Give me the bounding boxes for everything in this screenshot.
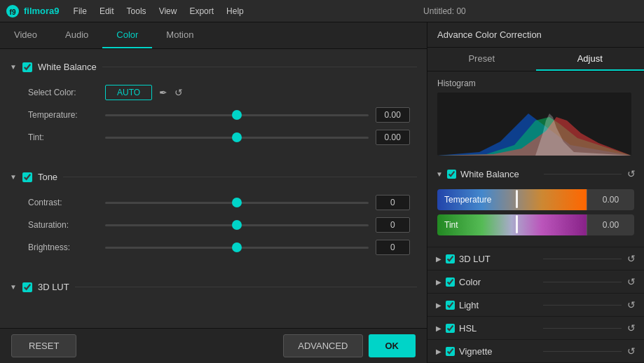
- right-vignette-checkbox[interactable]: [446, 347, 455, 356]
- select-color-control: AUTO ✒ ↺: [105, 85, 410, 100]
- right-hsl-checkbox[interactable]: [446, 324, 455, 333]
- right-hsl-reset-icon[interactable]: ↺: [627, 322, 636, 334]
- right-wb-chevron-icon: ▼: [436, 170, 443, 178]
- tab-audio[interactable]: Audio: [51, 22, 102, 48]
- tint-gradient-value: 0.00: [587, 214, 634, 235]
- reset-button[interactable]: RESET: [11, 334, 76, 357]
- histogram-section: Histogram: [427, 71, 644, 163]
- right-tab-bar: Preset Adjust: [427, 48, 644, 71]
- menu-export[interactable]: Export: [184, 4, 219, 19]
- menu-view[interactable]: View: [153, 4, 183, 19]
- white-balance-header[interactable]: ▼ White Balance: [0, 56, 427, 78]
- tint-row: Tint: 0.00: [28, 130, 410, 145]
- app-name: filmora9: [24, 6, 60, 16]
- reset-icon[interactable]: ↺: [173, 85, 184, 100]
- contrast-label: Contrast:: [28, 198, 105, 207]
- right-vignette-title: Vignette: [459, 346, 537, 357]
- white-balance-chevron-icon: ▼: [10, 63, 17, 71]
- tint-gradient-label: Tint: [444, 220, 458, 230]
- histogram-label: Histogram: [437, 78, 634, 88]
- menu-edit[interactable]: Edit: [94, 4, 120, 19]
- right-light-section: ▶ Light ↺: [427, 294, 644, 317]
- right-color-reset-icon[interactable]: ↺: [627, 276, 636, 287]
- eyedropper-icon[interactable]: ✒: [158, 85, 169, 100]
- left-panel: Video Audio Color Motion ▼ White Balance…: [0, 22, 427, 363]
- saturation-row: Saturation: 0: [28, 217, 410, 233]
- right-3dlut-chevron-icon: ▶: [436, 255, 441, 263]
- right-color-header[interactable]: ▶ Color ↺: [427, 270, 644, 293]
- white-balance-checkbox[interactable]: [22, 62, 32, 72]
- saturation-label: Saturation:: [28, 220, 105, 230]
- tint-slider[interactable]: [105, 137, 369, 139]
- svg-text:f9: f9: [10, 8, 16, 16]
- tone-header[interactable]: ▼ Tone: [0, 166, 427, 188]
- right-white-balance-section: ▼ White Balance ↺ Temperature 0.00: [427, 163, 644, 247]
- right-hsl-section: ▶ HSL ↺: [427, 317, 644, 340]
- right-color-title: Color: [459, 277, 537, 287]
- right-wb-title: White Balance: [460, 169, 538, 179]
- tint-gradient-thumb[interactable]: [516, 215, 518, 233]
- saturation-value: 0: [376, 217, 410, 233]
- bottom-bar: RESET ADVANCED OK: [0, 328, 427, 363]
- temperature-slider-container: 0.00: [105, 107, 410, 123]
- temperature-gradient-track[interactable]: Temperature: [437, 189, 587, 210]
- right-buttons: ADVANCED OK: [283, 334, 416, 357]
- right-vignette-reset-icon[interactable]: ↺: [627, 345, 636, 357]
- brightness-value: 0: [376, 240, 410, 255]
- auto-button[interactable]: AUTO: [105, 85, 152, 100]
- right-sections-scroll: Histogram: [427, 71, 644, 363]
- lut-header[interactable]: ▼ 3D LUT: [0, 276, 427, 298]
- tone-title: Tone: [38, 172, 57, 182]
- tone-chevron-icon: ▼: [10, 173, 17, 181]
- right-vignette-chevron-icon: ▶: [436, 348, 441, 355]
- brightness-slider[interactable]: [105, 247, 369, 249]
- histogram-canvas: [437, 93, 631, 156]
- tint-label: Tint:: [28, 132, 105, 142]
- tint-gradient-track[interactable]: Tint: [437, 214, 587, 235]
- tab-motion[interactable]: Motion: [152, 22, 207, 48]
- lut-chevron-icon: ▼: [10, 283, 17, 291]
- wb-sliders-area: Temperature 0.00 Tint 0.00: [427, 185, 644, 247]
- menu-file[interactable]: File: [68, 4, 93, 19]
- right-hsl-title: HSL: [459, 323, 537, 334]
- right-tab-adjust[interactable]: Adjust: [536, 48, 645, 71]
- right-wb-reset-icon[interactable]: ↺: [627, 168, 636, 179]
- tab-color[interactable]: Color: [102, 22, 152, 48]
- tab-video[interactable]: Video: [0, 22, 51, 48]
- tone-checkbox[interactable]: [22, 172, 32, 182]
- lut-checkbox[interactable]: [22, 282, 32, 292]
- saturation-slider[interactable]: [105, 224, 369, 226]
- menu-tools[interactable]: Tools: [121, 4, 152, 19]
- temperature-slider[interactable]: [105, 114, 369, 116]
- contrast-slider[interactable]: [105, 202, 369, 204]
- temperature-gradient-thumb[interactable]: [516, 190, 518, 208]
- right-wb-checkbox[interactable]: [447, 170, 456, 179]
- window-title: Untitled: 00: [251, 6, 638, 16]
- main-content: Video Audio Color Motion ▼ White Balance…: [0, 22, 644, 363]
- right-light-checkbox[interactable]: [446, 301, 455, 310]
- right-panel-title: Advance Color Correction: [427, 22, 644, 48]
- sections-area: ▼ White Balance Select Color: AUTO ✒ ↺: [0, 49, 427, 328]
- right-hsl-header[interactable]: ▶ HSL ↺: [427, 317, 644, 339]
- right-panel: Advance Color Correction Preset Adjust H…: [427, 22, 644, 363]
- right-color-section: ▶ Color ↺: [427, 270, 644, 294]
- right-light-header[interactable]: ▶ Light ↺: [427, 294, 644, 316]
- right-3dlut-reset-icon[interactable]: ↺: [627, 253, 636, 264]
- right-light-title: Light: [459, 300, 537, 310]
- right-hsl-chevron-icon: ▶: [436, 324, 441, 332]
- right-color-checkbox[interactable]: [446, 278, 455, 287]
- temperature-gradient-value: 0.00: [587, 189, 634, 210]
- right-vignette-header[interactable]: ▶ Vignette ↺: [427, 340, 644, 362]
- temperature-row: Temperature: 0.00: [28, 107, 410, 123]
- menu-help[interactable]: Help: [221, 4, 249, 19]
- right-3dlut-checkbox[interactable]: [446, 254, 455, 263]
- right-white-balance-header[interactable]: ▼ White Balance ↺: [427, 163, 644, 185]
- right-tab-preset[interactable]: Preset: [427, 48, 536, 71]
- right-3dlut-header[interactable]: ▶ 3D LUT ↺: [427, 247, 644, 270]
- right-light-reset-icon[interactable]: ↺: [627, 299, 636, 310]
- white-balance-section: ▼ White Balance Select Color: AUTO ✒ ↺: [0, 56, 427, 163]
- ok-button[interactable]: OK: [369, 334, 416, 357]
- menu-bar: f9 filmora9 File Edit Tools View Export …: [0, 0, 644, 22]
- right-3dlut-section: ▶ 3D LUT ↺: [427, 247, 644, 270]
- advanced-button[interactable]: ADVANCED: [283, 334, 362, 357]
